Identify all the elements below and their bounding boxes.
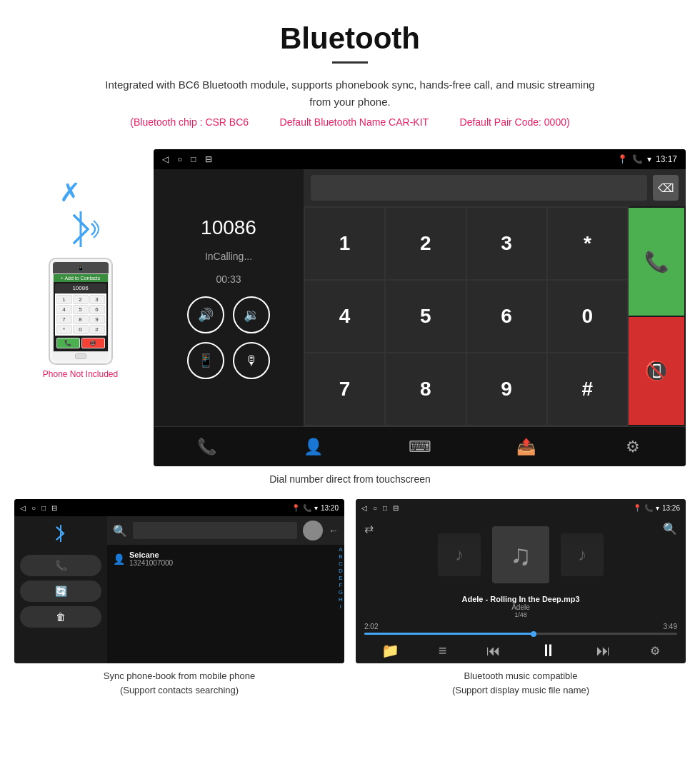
alpha-D[interactable]: D (339, 568, 343, 574)
nav-contacts-icon[interactable]: 👤 (299, 433, 328, 461)
car-nav-bar: 📞 👤 ⌨ 📤 ⚙ (154, 426, 686, 466)
shuffle-icon[interactable]: ⇄ (364, 522, 374, 536)
phone-screen-header: + Add to Contacts (54, 274, 108, 282)
key-6[interactable]: 6 (467, 281, 546, 352)
alpha-F[interactable]: F (339, 582, 342, 588)
alpha-B[interactable]: B (339, 553, 342, 560)
key-hash[interactable]: # (548, 353, 627, 425)
pb-body: 📞 🔄 🗑 🔍 ← 👤 (14, 516, 344, 663)
answer-button[interactable]: 📞 (629, 208, 684, 316)
nav-phone-icon[interactable]: 📞 (193, 433, 221, 461)
key-4[interactable]: 4 (305, 281, 384, 352)
pb-search-row: 🔍 ← (107, 516, 344, 545)
music-times: 2:02 3:49 (364, 623, 677, 630)
pb-contact-item[interactable]: 👤 Seicane 13241007000 (113, 548, 339, 570)
phonebook-caption: Sync phone-book from mobile phone(Suppor… (14, 669, 344, 697)
pb-nav-back[interactable]: ◁ (20, 504, 26, 512)
alpha-G[interactable]: G (339, 589, 343, 595)
pb-search-input[interactable] (133, 522, 297, 539)
dial-input-field[interactable] (311, 175, 647, 201)
pb-refresh-btn[interactable]: 🔄 (20, 581, 101, 602)
main-caption: Dial number direct from touchscreen (0, 473, 700, 485)
volume-down-button[interactable]: 🔉 (233, 296, 270, 333)
alpha-E[interactable]: E (339, 575, 342, 581)
pb-bluetooth-icon (20, 523, 101, 548)
music-playlist-icon[interactable]: ≡ (439, 643, 447, 659)
music-artist: Adele (356, 603, 686, 611)
alpha-I[interactable]: I (340, 603, 341, 610)
numpad-area: 1 2 3 * 4 5 6 0 7 8 9 # (304, 206, 686, 426)
dial-status: InCalling... (205, 251, 252, 262)
spec-name: Default Bluetooth Name CAR-KIT (280, 116, 429, 128)
nav-menu-icon[interactable]: ⊟ (205, 154, 212, 164)
backspace-button[interactable]: ⌫ (653, 175, 679, 201)
key-9[interactable]: 9 (467, 353, 546, 425)
music-progress-dot (531, 631, 536, 637)
nav-transfer-icon[interactable]: 📤 (512, 433, 541, 461)
ms-nav-recents[interactable]: □ (383, 504, 387, 512)
end-icon: 📵 (644, 359, 669, 383)
music-progress-fill (364, 633, 534, 635)
pb-nav-menu[interactable]: ⊟ (51, 504, 57, 512)
music-note-left: ♪ (455, 545, 464, 565)
pb-contact-number: 13241007000 (129, 559, 173, 567)
alpha-C[interactable]: C (339, 561, 343, 567)
alpha-A[interactable]: A (339, 546, 342, 553)
nav-settings-icon[interactable]: ⚙ (619, 433, 647, 461)
music-next-icon[interactable]: ⏭ (596, 643, 611, 659)
ms-nav-menu[interactable]: ⊟ (393, 504, 399, 512)
nav-home-icon[interactable]: ○ (177, 154, 182, 164)
music-progress-area: 2:02 3:49 (356, 620, 686, 638)
bottom-screenshots: ◁ ○ □ ⊟ 📍 📞 ▾ 13:20 (0, 499, 700, 697)
key-3[interactable]: 3 (467, 208, 546, 279)
phone-not-included: Phone Not Included (43, 369, 118, 379)
phonebook-screenshot: ◁ ○ □ ⊟ 📍 📞 ▾ 13:20 (14, 499, 344, 697)
ms-nav-home[interactable]: ○ (373, 504, 377, 512)
end-button[interactable]: 📵 (629, 317, 684, 425)
key-0[interactable]: 0 (548, 281, 627, 352)
pb-status-bar: ◁ ○ □ ⊟ 📍 📞 ▾ 13:20 (14, 499, 344, 516)
music-status-bar: ◁ ○ □ ⊟ 📍 📞 ▾ 13:26 (356, 499, 686, 516)
key-8[interactable]: 8 (386, 353, 465, 425)
location-icon: 📍 (617, 154, 628, 164)
pb-call-btn[interactable]: 📞 (20, 555, 101, 576)
volume-up-button[interactable]: 🔊 (187, 296, 224, 333)
pb-delete-btn[interactable]: 🗑 (20, 606, 101, 628)
pb-nav-recents[interactable]: □ (41, 504, 46, 512)
key-5[interactable]: 5 (386, 281, 465, 352)
key-star[interactable]: * (548, 208, 627, 279)
music-controls: 📁 ≡ ⏮ ⏸ ⏭ ⚙ (356, 638, 686, 663)
nav-keypad-icon[interactable]: ⌨ (406, 433, 434, 461)
mute-button[interactable]: 🎙 (233, 342, 270, 379)
status-right: 📍 📞 ▾ 13:17 (617, 154, 677, 164)
music-progress-bar[interactable] (364, 633, 677, 635)
pb-contact-icon: 👤 (113, 553, 125, 565)
pb-contact-name: Seicane (129, 551, 173, 559)
key-2[interactable]: 2 (386, 208, 465, 279)
nav-back-icon[interactable]: ◁ (162, 154, 169, 164)
search-music-icon[interactable]: 🔍 (663, 522, 677, 536)
music-play-icon[interactable]: ⏸ (540, 640, 557, 660)
wifi-icon: ▾ (647, 154, 651, 164)
status-left: ◁ ○ □ ⊟ (162, 154, 212, 164)
car-screen: ◁ ○ □ ⊟ 📍 📞 ▾ 13:17 10086 InCalling... (154, 149, 686, 466)
transfer-button[interactable]: 📱 (187, 342, 224, 379)
pb-wifi-icon: ▾ (314, 504, 318, 512)
numpad-grid: 1 2 3 * 4 5 6 0 7 8 9 # (304, 206, 629, 426)
ms-nav-back[interactable]: ◁ (361, 504, 367, 512)
pb-back-arrow[interactable]: ← (329, 525, 339, 536)
nav-recents-icon[interactable]: □ (191, 154, 196, 164)
key-1[interactable]: 1 (305, 208, 384, 279)
music-note-main: ♫ (510, 539, 531, 571)
music-prev-icon[interactable]: ⏮ (486, 643, 501, 659)
phone-bottom (53, 352, 109, 361)
pb-nav-home[interactable]: ○ (31, 504, 36, 512)
phone-screen: + Add to Contacts 10086 123 456 789 *0# … (53, 273, 109, 352)
dial-left: 10086 InCalling... 00:33 🔊 🔉 📱 🎙 (154, 169, 304, 426)
music-folder-icon[interactable]: 📁 (381, 642, 399, 659)
car-screen-area: ◁ ○ □ ⊟ 📍 📞 ▾ 13:17 10086 InCalling... (154, 149, 686, 466)
music-eq-icon[interactable]: ⚙ (650, 644, 660, 658)
alpha-H[interactable]: H (339, 596, 343, 603)
music-track-info: Adele - Rolling In the Deep.mp3 Adele 1/… (356, 593, 686, 620)
key-7[interactable]: 7 (305, 353, 384, 425)
